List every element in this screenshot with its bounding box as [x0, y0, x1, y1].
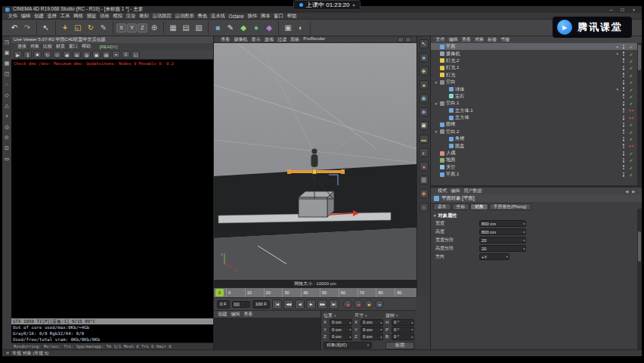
attribute-menu-item[interactable]: 模式	[436, 188, 449, 194]
octane-pause-icon[interactable]: ∥	[23, 51, 32, 58]
class-status-pill[interactable]: 上课中 01:23:20 ▾	[293, 0, 361, 10]
viewport-menu-item[interactable]: 选项	[262, 36, 275, 43]
pen-spline-button[interactable]: ✎	[224, 22, 237, 34]
coordinate-input[interactable]: 0 °	[392, 334, 414, 340]
coordinate-input[interactable]: 0 cm	[361, 327, 383, 334]
object-name[interactable]: 角锥	[455, 135, 464, 142]
object-manager-menu-item[interactable]: 编辑	[447, 36, 460, 43]
menu-item[interactable]: 插件	[246, 13, 259, 20]
object-name[interactable]: 圆盘	[455, 143, 464, 150]
visibility-dots-icon[interactable]	[623, 51, 625, 56]
attribute-tab[interactable]: 坐标	[452, 203, 470, 210]
coordinate-input[interactable]: 0 cm	[330, 327, 352, 334]
enable-mark-icon[interactable]: ✓	[627, 79, 636, 85]
current-frame-field[interactable]: 0 F	[217, 300, 230, 309]
attribute-tab[interactable]: 对象	[470, 203, 488, 210]
texture-tag-icon[interactable]: ▪	[617, 45, 621, 49]
octane-panel-title[interactable]: Live Viewer 5.07-R2 中国C4D联盟中文汉化版	[11, 36, 213, 43]
texture-tag-icon[interactable]: ▪	[617, 51, 621, 56]
menu-item[interactable]: 工具	[59, 13, 72, 20]
coordinate-column-header[interactable]: 旋转	[385, 312, 414, 319]
field-input[interactable]: +Y	[479, 253, 509, 260]
menu-item[interactable]: 模拟	[111, 13, 124, 20]
menu-item[interactable]: 雕刻	[138, 13, 150, 20]
menu-item[interactable]: 文件	[6, 13, 19, 20]
object-name[interactable]: 天空	[446, 164, 455, 171]
menu-item[interactable]: 帮助	[285, 13, 298, 20]
enable-mark-icon[interactable]: ✓	[627, 172, 636, 177]
object-name[interactable]: 空白.1	[446, 100, 460, 107]
coordinate-input[interactable]: 0 cm	[361, 334, 383, 340]
enable-mark-icon[interactable]: ✓	[627, 51, 636, 57]
coordinate-mode-select[interactable]: 对象(相对)	[324, 342, 372, 349]
coordinate-input[interactable]: 0 °	[392, 327, 414, 334]
field-input[interactable]: 20	[479, 245, 526, 252]
menu-item[interactable]: 捕捉	[85, 13, 98, 20]
side-floor-icon[interactable]: ▬	[420, 135, 429, 144]
tree-row[interactable]: 灯光.1 ✓	[431, 64, 637, 71]
octane-white-balance-icon[interactable]: ◉	[63, 51, 71, 58]
side-cube-icon[interactable]: ■	[420, 53, 429, 62]
octane-restart-icon[interactable]: ↻	[43, 51, 51, 58]
menu-item[interactable]: 创建	[33, 13, 45, 20]
menu-item[interactable]: 运动图形	[173, 13, 196, 20]
record-parameter-button[interactable]	[375, 299, 384, 309]
tree-row[interactable]: 平面 ▪ ✓	[431, 43, 637, 50]
menu-item[interactable]: 编辑	[19, 13, 32, 20]
visibility-dots-icon[interactable]	[623, 80, 625, 85]
visibility-dots-icon[interactable]	[623, 151, 625, 156]
material-list[interactable]	[214, 318, 320, 349]
object-name[interactable]: 空白	[446, 79, 455, 85]
visibility-dots-icon[interactable]	[623, 158, 625, 163]
object-manager-menu-item[interactable]: 标签	[486, 36, 499, 43]
menu-item[interactable]: 选择	[45, 13, 58, 20]
object-manager-menu-item[interactable]: 查看	[460, 36, 472, 43]
attribute-tab[interactable]: 基本	[433, 203, 451, 210]
enable-mark-icon[interactable]: ✓	[627, 101, 636, 106]
tree-row[interactable]: 天空 ✓	[431, 164, 637, 171]
viewport-menu-item[interactable]: 查看	[219, 36, 232, 43]
object-name[interactable]: 立方体	[455, 114, 469, 121]
visibility-dots-icon[interactable]	[623, 45, 625, 49]
points-mode-icon[interactable]: ∴	[4, 81, 11, 88]
tree-row[interactable]: 摄像机 ▪ ✓	[431, 50, 637, 57]
lock-y-axis-button[interactable]: Y	[127, 23, 137, 33]
side-material-icon[interactable]: ◉	[420, 94, 429, 103]
visibility-dots-icon[interactable]	[623, 94, 625, 98]
octane-focus-picker-icon[interactable]: ⊙	[53, 51, 61, 58]
tree-row[interactable]: 角锥 ✓	[431, 135, 637, 142]
object-name[interactable]: 地面	[446, 157, 455, 163]
object-name[interactable]: 灯光	[446, 72, 455, 79]
side-display-icon[interactable]: ▥	[420, 175, 429, 185]
coordinate-input[interactable]: 0 cm	[330, 319, 352, 326]
attribute-scrollbar[interactable]	[637, 209, 642, 349]
tree-row[interactable]: 球体 ▪ ✓	[431, 85, 637, 92]
side-spline-icon[interactable]: ◆	[420, 67, 429, 76]
menu-item[interactable]: 窗口	[272, 13, 285, 20]
object-manager-menu-item[interactable]: 书签	[499, 36, 512, 43]
timeline-playhead[interactable]: 0	[215, 289, 224, 296]
play-button[interactable]: ▶	[306, 299, 316, 309]
enable-mark-icon[interactable]: ✓	[627, 44, 636, 49]
enable-mark-icon[interactable]: ××	[627, 116, 636, 120]
octane-menu-item[interactable]: 窗口	[67, 43, 80, 50]
octane-menu-item[interactable]: 对象	[29, 43, 42, 50]
menu-item[interactable]: 流水线	[209, 13, 227, 20]
object-name[interactable]: 空白.2	[446, 129, 460, 135]
field-input[interactable]: 800 cm	[479, 220, 526, 227]
enable-mark-icon[interactable]: ✓	[627, 87, 636, 92]
enable-mark-icon[interactable]: ✓	[627, 157, 636, 163]
side-sky-icon[interactable]: ◐	[420, 148, 429, 157]
live-selection-tool[interactable]: ↖	[40, 22, 52, 34]
end-frame-field[interactable]: 100 F	[252, 300, 270, 309]
autokey-button[interactable]	[354, 299, 363, 309]
tree-row[interactable]: 圆锥 ✓	[431, 121, 637, 128]
menu-item[interactable]: 网格	[72, 13, 85, 20]
visibility-dots-icon[interactable]	[623, 101, 625, 106]
texture-mode-icon[interactable]: ▦	[4, 60, 11, 67]
menu-item[interactable]: 渲染	[124, 13, 137, 20]
octane-settings-icon[interactable]: ≡	[122, 51, 130, 58]
convert-editable-icon[interactable]: ◳	[4, 39, 11, 45]
material-menu-item[interactable]: 查看	[242, 311, 255, 318]
coordinate-system-button[interactable]: ⊕	[148, 22, 160, 34]
